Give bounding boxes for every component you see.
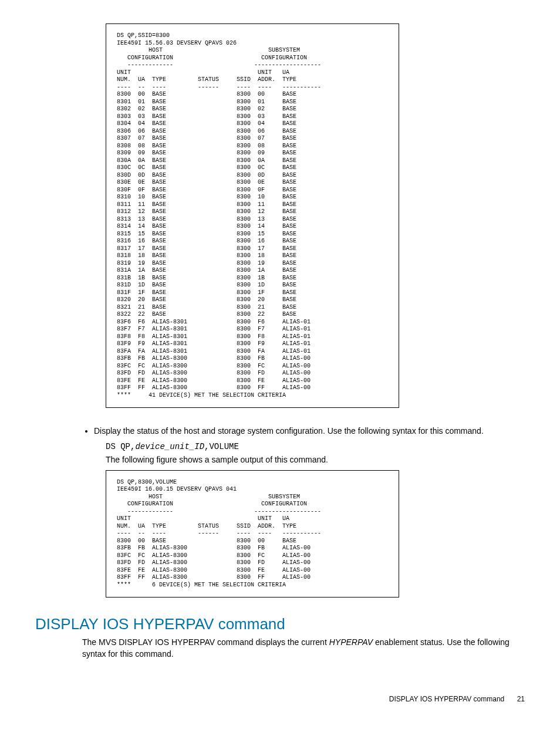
cmd-prefix: DS QP, [106, 442, 135, 451]
bullet-list: Display the status of the host and stora… [82, 426, 525, 437]
bullet-item: Display the status of the host and stora… [94, 426, 525, 437]
footer-page-number: 21 [517, 695, 525, 703]
cmd-variable: device_unit_ID [135, 442, 204, 451]
section-body: The MVS DISPLAY IOS HYPERPAV command dis… [82, 637, 525, 660]
page-footer: DISPLAY IOS HYPERPAV command 21 [35, 695, 525, 703]
section-em: HYPERPAV [329, 637, 373, 647]
output-box-1: DS QP,SSID=8300 IEE459I 15.56.03 DEVSERV… [106, 23, 399, 408]
sample-output-text: The following figure shows a sample outp… [106, 455, 525, 464]
section-heading: DISPLAY IOS HYPERPAV command [35, 615, 525, 633]
output-box-2: DS QP,8300,VOLUME IEE459I 16.00.15 DEVSE… [106, 470, 399, 598]
cmd-suffix: ,VOLUME [204, 442, 239, 451]
footer-label: DISPLAY IOS HYPERPAV command [389, 695, 505, 703]
command-syntax: DS QP,device_unit_ID,VOLUME [106, 442, 525, 451]
section-text-1: The MVS DISPLAY IOS HYPERPAV command dis… [82, 637, 329, 647]
